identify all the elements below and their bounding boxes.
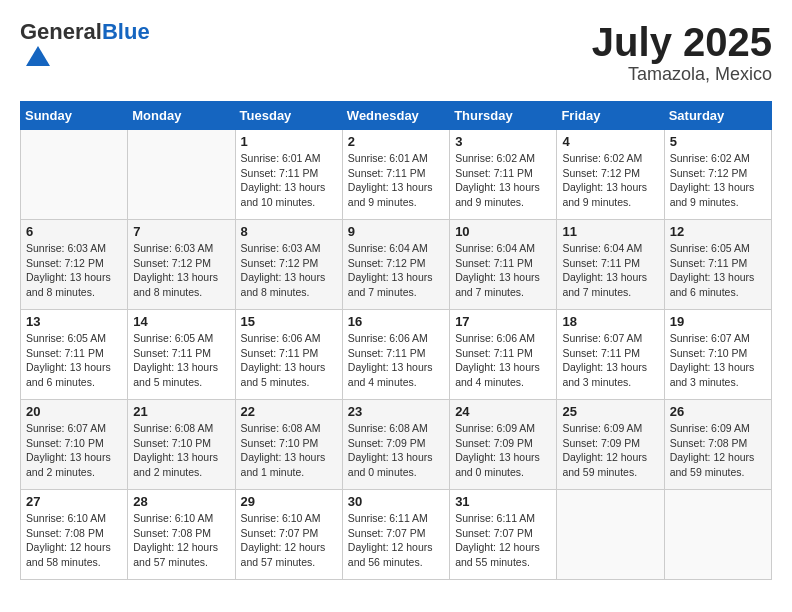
day-detail: Sunrise: 6:02 AM Sunset: 7:12 PM Dayligh… [562, 151, 658, 210]
calendar-cell: 22Sunrise: 6:08 AM Sunset: 7:10 PM Dayli… [235, 400, 342, 490]
logo-blue: Blue [102, 19, 150, 44]
day-detail: Sunrise: 6:07 AM Sunset: 7:10 PM Dayligh… [26, 421, 122, 480]
day-number: 27 [26, 494, 122, 509]
weekday-header-thursday: Thursday [450, 102, 557, 130]
day-detail: Sunrise: 6:04 AM Sunset: 7:12 PM Dayligh… [348, 241, 444, 300]
day-detail: Sunrise: 6:09 AM Sunset: 7:09 PM Dayligh… [455, 421, 551, 480]
calendar-cell [21, 130, 128, 220]
day-number: 20 [26, 404, 122, 419]
day-number: 26 [670, 404, 766, 419]
calendar-cell: 11Sunrise: 6:04 AM Sunset: 7:11 PM Dayli… [557, 220, 664, 310]
day-number: 11 [562, 224, 658, 239]
calendar-cell: 1Sunrise: 6:01 AM Sunset: 7:11 PM Daylig… [235, 130, 342, 220]
calendar-cell: 30Sunrise: 6:11 AM Sunset: 7:07 PM Dayli… [342, 490, 449, 580]
calendar-cell: 16Sunrise: 6:06 AM Sunset: 7:11 PM Dayli… [342, 310, 449, 400]
calendar-cell: 3Sunrise: 6:02 AM Sunset: 7:11 PM Daylig… [450, 130, 557, 220]
weekday-header-friday: Friday [557, 102, 664, 130]
day-detail: Sunrise: 6:10 AM Sunset: 7:07 PM Dayligh… [241, 511, 337, 570]
logo-icon [24, 44, 52, 72]
day-detail: Sunrise: 6:11 AM Sunset: 7:07 PM Dayligh… [455, 511, 551, 570]
weekday-header-tuesday: Tuesday [235, 102, 342, 130]
calendar-cell: 5Sunrise: 6:02 AM Sunset: 7:12 PM Daylig… [664, 130, 771, 220]
day-number: 24 [455, 404, 551, 419]
day-detail: Sunrise: 6:01 AM Sunset: 7:11 PM Dayligh… [241, 151, 337, 210]
day-number: 29 [241, 494, 337, 509]
day-number: 12 [670, 224, 766, 239]
calendar-cell: 17Sunrise: 6:06 AM Sunset: 7:11 PM Dayli… [450, 310, 557, 400]
calendar-cell: 23Sunrise: 6:08 AM Sunset: 7:09 PM Dayli… [342, 400, 449, 490]
calendar-cell: 10Sunrise: 6:04 AM Sunset: 7:11 PM Dayli… [450, 220, 557, 310]
day-detail: Sunrise: 6:05 AM Sunset: 7:11 PM Dayligh… [133, 331, 229, 390]
weekday-header-monday: Monday [128, 102, 235, 130]
calendar-cell: 8Sunrise: 6:03 AM Sunset: 7:12 PM Daylig… [235, 220, 342, 310]
weekday-header-wednesday: Wednesday [342, 102, 449, 130]
day-number: 4 [562, 134, 658, 149]
calendar-cell: 21Sunrise: 6:08 AM Sunset: 7:10 PM Dayli… [128, 400, 235, 490]
calendar-cell: 4Sunrise: 6:02 AM Sunset: 7:12 PM Daylig… [557, 130, 664, 220]
calendar-cell: 29Sunrise: 6:10 AM Sunset: 7:07 PM Dayli… [235, 490, 342, 580]
day-number: 19 [670, 314, 766, 329]
calendar-cell: 6Sunrise: 6:03 AM Sunset: 7:12 PM Daylig… [21, 220, 128, 310]
day-detail: Sunrise: 6:06 AM Sunset: 7:11 PM Dayligh… [348, 331, 444, 390]
day-detail: Sunrise: 6:04 AM Sunset: 7:11 PM Dayligh… [562, 241, 658, 300]
day-number: 13 [26, 314, 122, 329]
day-number: 6 [26, 224, 122, 239]
day-detail: Sunrise: 6:03 AM Sunset: 7:12 PM Dayligh… [26, 241, 122, 300]
day-number: 2 [348, 134, 444, 149]
day-detail: Sunrise: 6:02 AM Sunset: 7:12 PM Dayligh… [670, 151, 766, 210]
day-detail: Sunrise: 6:06 AM Sunset: 7:11 PM Dayligh… [241, 331, 337, 390]
day-detail: Sunrise: 6:08 AM Sunset: 7:10 PM Dayligh… [133, 421, 229, 480]
day-detail: Sunrise: 6:05 AM Sunset: 7:11 PM Dayligh… [670, 241, 766, 300]
calendar-cell: 13Sunrise: 6:05 AM Sunset: 7:11 PM Dayli… [21, 310, 128, 400]
day-detail: Sunrise: 6:09 AM Sunset: 7:09 PM Dayligh… [562, 421, 658, 480]
day-number: 17 [455, 314, 551, 329]
logo-general: General [20, 19, 102, 44]
day-number: 25 [562, 404, 658, 419]
day-number: 31 [455, 494, 551, 509]
day-detail: Sunrise: 6:06 AM Sunset: 7:11 PM Dayligh… [455, 331, 551, 390]
day-detail: Sunrise: 6:07 AM Sunset: 7:11 PM Dayligh… [562, 331, 658, 390]
month-title: July 2025 [592, 20, 772, 64]
day-detail: Sunrise: 6:03 AM Sunset: 7:12 PM Dayligh… [133, 241, 229, 300]
day-number: 30 [348, 494, 444, 509]
calendar-cell [557, 490, 664, 580]
calendar-cell: 24Sunrise: 6:09 AM Sunset: 7:09 PM Dayli… [450, 400, 557, 490]
day-detail: Sunrise: 6:11 AM Sunset: 7:07 PM Dayligh… [348, 511, 444, 570]
calendar-cell: 12Sunrise: 6:05 AM Sunset: 7:11 PM Dayli… [664, 220, 771, 310]
calendar-week-row: 1Sunrise: 6:01 AM Sunset: 7:11 PM Daylig… [21, 130, 772, 220]
day-detail: Sunrise: 6:05 AM Sunset: 7:11 PM Dayligh… [26, 331, 122, 390]
calendar-cell [664, 490, 771, 580]
calendar-cell: 2Sunrise: 6:01 AM Sunset: 7:11 PM Daylig… [342, 130, 449, 220]
calendar-table: SundayMondayTuesdayWednesdayThursdayFrid… [20, 101, 772, 580]
day-number: 1 [241, 134, 337, 149]
calendar-header-row: SundayMondayTuesdayWednesdayThursdayFrid… [21, 102, 772, 130]
day-number: 7 [133, 224, 229, 239]
calendar-cell: 27Sunrise: 6:10 AM Sunset: 7:08 PM Dayli… [21, 490, 128, 580]
day-detail: Sunrise: 6:08 AM Sunset: 7:09 PM Dayligh… [348, 421, 444, 480]
logo-text: GeneralBlue [20, 20, 150, 44]
calendar-cell: 7Sunrise: 6:03 AM Sunset: 7:12 PM Daylig… [128, 220, 235, 310]
day-number: 15 [241, 314, 337, 329]
calendar-cell: 28Sunrise: 6:10 AM Sunset: 7:08 PM Dayli… [128, 490, 235, 580]
day-detail: Sunrise: 6:03 AM Sunset: 7:12 PM Dayligh… [241, 241, 337, 300]
day-number: 3 [455, 134, 551, 149]
day-number: 5 [670, 134, 766, 149]
calendar-cell: 15Sunrise: 6:06 AM Sunset: 7:11 PM Dayli… [235, 310, 342, 400]
calendar-cell: 9Sunrise: 6:04 AM Sunset: 7:12 PM Daylig… [342, 220, 449, 310]
day-detail: Sunrise: 6:08 AM Sunset: 7:10 PM Dayligh… [241, 421, 337, 480]
calendar-week-row: 6Sunrise: 6:03 AM Sunset: 7:12 PM Daylig… [21, 220, 772, 310]
day-number: 22 [241, 404, 337, 419]
day-detail: Sunrise: 6:01 AM Sunset: 7:11 PM Dayligh… [348, 151, 444, 210]
calendar-cell: 14Sunrise: 6:05 AM Sunset: 7:11 PM Dayli… [128, 310, 235, 400]
calendar-week-row: 13Sunrise: 6:05 AM Sunset: 7:11 PM Dayli… [21, 310, 772, 400]
location-title: Tamazola, Mexico [592, 64, 772, 85]
day-number: 18 [562, 314, 658, 329]
calendar-cell: 20Sunrise: 6:07 AM Sunset: 7:10 PM Dayli… [21, 400, 128, 490]
day-number: 14 [133, 314, 229, 329]
day-detail: Sunrise: 6:10 AM Sunset: 7:08 PM Dayligh… [26, 511, 122, 570]
svg-marker-0 [26, 46, 50, 66]
calendar-cell: 19Sunrise: 6:07 AM Sunset: 7:10 PM Dayli… [664, 310, 771, 400]
day-detail: Sunrise: 6:02 AM Sunset: 7:11 PM Dayligh… [455, 151, 551, 210]
day-number: 9 [348, 224, 444, 239]
calendar-week-row: 20Sunrise: 6:07 AM Sunset: 7:10 PM Dayli… [21, 400, 772, 490]
